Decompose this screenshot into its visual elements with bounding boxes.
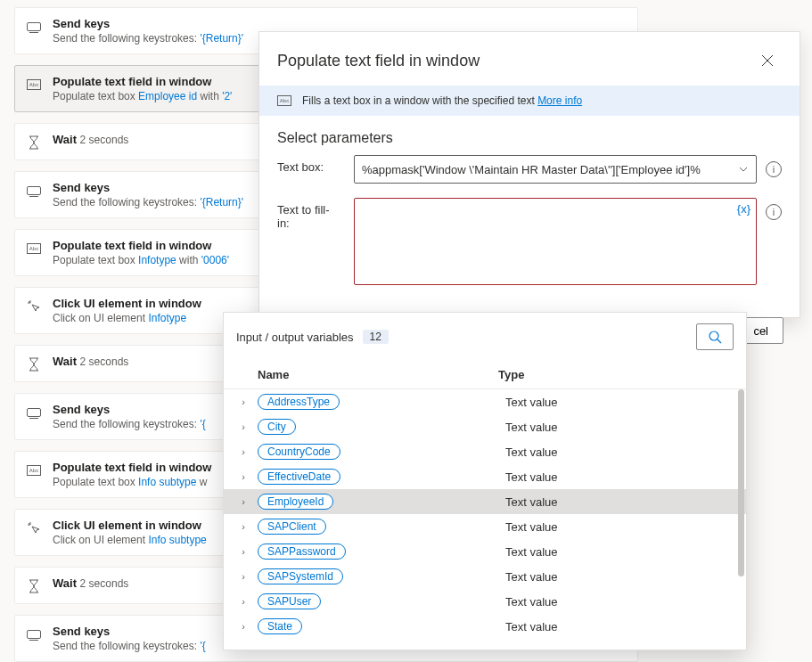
chevron-right-icon[interactable]: › (236, 621, 250, 632)
step-subtitle: Send the following keystrokes: '{ (53, 640, 206, 652)
variables-list: ›AddressTypeText value›CityText value›Co… (224, 389, 746, 650)
chevron-right-icon[interactable]: › (236, 571, 250, 582)
hourglass-icon (28, 135, 40, 150)
fillin-info-icon[interactable]: i (766, 204, 782, 220)
fillin-label: Text to fill-in: (277, 198, 340, 230)
chevron-right-icon[interactable]: › (236, 471, 250, 482)
cursor-click-icon (27, 521, 41, 535)
variable-name-chip[interactable]: EmployeeId (258, 494, 333, 510)
chevron-down-icon (738, 164, 749, 175)
chevron-right-icon[interactable]: › (236, 496, 250, 507)
variable-row[interactable]: ›EffectiveDateText value (224, 464, 746, 489)
chevron-right-icon[interactable]: › (236, 546, 250, 557)
step-title: Click UI element in window (53, 519, 207, 532)
variable-name-chip[interactable]: SAPSystemId (258, 568, 343, 584)
step-subtitle: Send the following keystrokes: '{ (53, 418, 206, 430)
svg-line-1 (718, 339, 721, 343)
keyboard-icon (27, 408, 41, 417)
variable-row[interactable]: ›StateText value (224, 614, 746, 639)
variable-type: Text value (505, 421, 734, 434)
chevron-right-icon[interactable]: › (236, 521, 250, 532)
variable-name-chip[interactable]: CountryCode (258, 444, 340, 460)
keyboard-icon (27, 630, 41, 639)
step-subtitle: Populate text box Infotype with '0006' (53, 254, 229, 266)
variable-row[interactable]: ›CityText value (224, 414, 746, 439)
cursor-click-icon (27, 299, 41, 314)
svg-point-0 (709, 331, 718, 340)
keyboard-icon (27, 22, 41, 31)
variable-name-chip[interactable]: SAPPassword (258, 543, 346, 560)
variable-row[interactable]: ›EmployeeIdText value (224, 489, 746, 514)
step-title: Wait (53, 576, 77, 590)
textbox-info-icon[interactable]: i (766, 161, 782, 177)
fx-variable-button[interactable]: {x} (737, 202, 750, 216)
variable-row[interactable]: ›SAPSystemIdText value (224, 564, 746, 589)
variable-name-chip[interactable]: AddressType (258, 394, 340, 410)
more-info-link[interactable]: More info (537, 94, 582, 107)
variable-row[interactable]: ›SAPUserText value (224, 589, 746, 614)
chevron-right-icon[interactable]: › (236, 596, 250, 607)
variable-type: Text value (505, 445, 734, 459)
populate-text-field-dialog: Populate text field in window Abc Fills … (258, 31, 800, 318)
textbox-icon: Abc (27, 79, 41, 90)
variable-row[interactable]: ›SAPPasswordText value (224, 539, 746, 564)
variable-name-chip[interactable]: SAPUser (258, 593, 321, 609)
variables-popover: Input / output variables 12 Name Type ›A… (223, 312, 747, 650)
step-title: Send keys (53, 17, 243, 30)
variable-name-chip[interactable]: City (258, 419, 296, 435)
dialog-info-text: Fills a text box in a window with the sp… (302, 94, 537, 107)
variable-name-chip[interactable]: SAPClient (258, 519, 326, 535)
variable-name-chip[interactable]: EffectiveDate (258, 469, 340, 485)
step-suffix: seconds (86, 134, 128, 146)
step-subtitle: Populate text box Info subtype w (53, 476, 211, 488)
text-to-fill-in-input[interactable]: {x} (354, 198, 757, 285)
select-parameters-heading: Select parameters (259, 116, 800, 155)
variable-type: Text value (505, 470, 734, 484)
variables-count-badge: 12 (363, 330, 389, 344)
variable-row[interactable]: ›CountryCodeText value (224, 439, 746, 464)
hourglass-icon (28, 579, 40, 593)
textbox-label: Text box: (277, 155, 340, 174)
dialog-info-banner: Abc Fills a text box in a window with th… (259, 86, 800, 116)
variable-row[interactable]: ›AddressTypeText value (224, 389, 746, 414)
variable-row[interactable]: ›SAPClientText value (224, 514, 746, 539)
chevron-right-icon[interactable]: › (236, 396, 250, 407)
variable-type: Text value (505, 545, 734, 559)
column-header-type: Type (498, 368, 734, 381)
step-title: Send keys (53, 181, 243, 194)
textbox-selected-value: %appmask['Window \'Maintain HR Master Da… (362, 163, 701, 176)
variable-type: Text value (505, 520, 734, 534)
keyboard-icon (27, 186, 41, 195)
step-subtitle: Click on UI element Info subtype (53, 534, 207, 546)
variable-type: Text value (505, 620, 734, 633)
step-title: Send keys (53, 403, 206, 416)
chevron-right-icon[interactable]: › (236, 421, 250, 432)
scrollbar[interactable] (738, 389, 744, 576)
textbox-icon: Abc (27, 243, 41, 254)
chevron-right-icon[interactable]: › (236, 446, 250, 457)
step-title: Wait (53, 133, 77, 146)
column-header-name: Name (258, 368, 498, 381)
variable-type: Text value (505, 396, 734, 409)
step-title: Wait (53, 355, 77, 368)
step-subtitle: Populate text box Employee id with '2' (53, 90, 232, 102)
search-button[interactable] (696, 323, 734, 350)
textbox-icon: Abc (277, 95, 291, 106)
step-suffix: seconds (86, 577, 128, 590)
step-suffix: seconds (86, 356, 128, 368)
step-subtitle: Send the following keystrokes: '{Return}… (53, 196, 243, 208)
variable-type: Text value (505, 495, 734, 509)
step-title: Populate text field in window (53, 75, 232, 88)
textbox-icon: Abc (27, 465, 41, 476)
step-subtitle: Click on UI element Infotype (53, 312, 201, 324)
step-title: Send keys (53, 625, 206, 638)
search-icon (708, 330, 722, 344)
close-button[interactable] (753, 46, 782, 75)
variable-name-chip[interactable]: State (258, 618, 302, 634)
dialog-title: Populate text field in window (277, 52, 480, 70)
hourglass-icon (28, 357, 40, 372)
variable-type: Text value (505, 595, 734, 609)
step-subtitle: Send the following keystrokes: '{Return}… (53, 32, 243, 45)
textbox-selector[interactable]: %appmask['Window \'Maintain HR Master Da… (354, 155, 757, 184)
step-title: Click UI element in window (53, 297, 201, 310)
